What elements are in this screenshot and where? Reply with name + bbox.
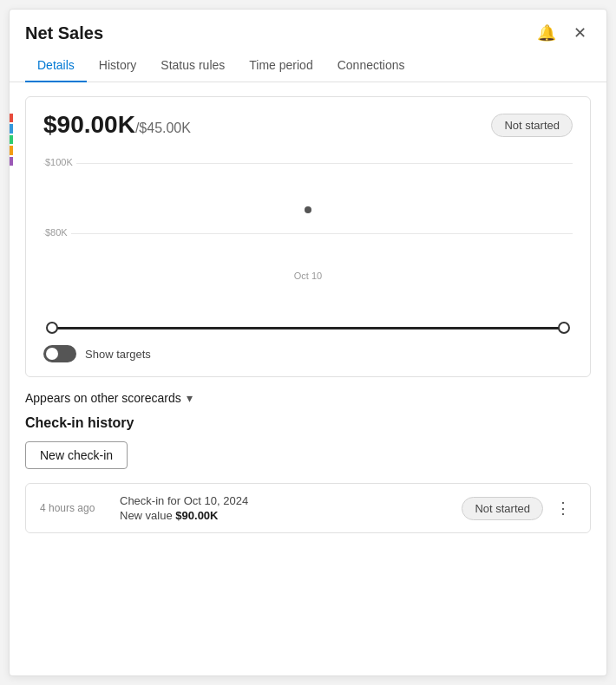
checkin-info: Check-in for Oct 10, 2024 New value $90.… xyxy=(120,494,451,522)
accent-orange xyxy=(10,146,13,154)
tab-status-rules[interactable]: Status rules xyxy=(148,49,237,82)
metric-card: $90.00K/$45.00K Not started $100K $80K xyxy=(25,96,591,377)
checkin-status-badge: Not started xyxy=(462,497,543,520)
close-icon: ✕ xyxy=(573,24,587,42)
metric-current-value: $90.00K xyxy=(43,111,135,138)
checkin-history-title: Check-in history xyxy=(25,415,591,431)
tab-history[interactable]: History xyxy=(87,49,149,82)
metric-target-value: /$45.00K xyxy=(135,121,191,135)
x-axis-label: Oct 10 xyxy=(294,271,322,281)
more-options-button[interactable]: ⋮ xyxy=(550,497,576,519)
show-targets-label: Show targets xyxy=(85,348,151,361)
checkin-time-ago: 4 hours ago xyxy=(40,502,109,514)
checkin-value: New value $90.00K xyxy=(120,509,451,522)
panel-header: Net Sales 🔔 ✕ xyxy=(10,10,606,44)
new-checkin-button[interactable]: New check-in xyxy=(25,441,128,469)
appears-label: Appears on other scorecards xyxy=(25,391,181,405)
left-accent xyxy=(10,114,13,166)
close-button[interactable]: ✕ xyxy=(569,22,591,44)
grid-label-100k: $100K xyxy=(45,157,76,167)
panel-title: Net Sales xyxy=(25,23,103,43)
bell-icon: 🔔 xyxy=(537,24,556,42)
header-icons: 🔔 ✕ xyxy=(533,22,591,44)
grid-label-80k: $80K xyxy=(45,227,71,238)
grid-line-100k: $100K xyxy=(43,163,573,167)
bell-button[interactable]: 🔔 xyxy=(533,22,560,44)
appears-on-scorecards-row[interactable]: Appears on other scorecards ▾ xyxy=(25,391,591,405)
slider-thumb-right[interactable] xyxy=(558,322,570,334)
checkin-right: Not started ⋮ xyxy=(462,497,576,520)
main-panel: Net Sales 🔔 ✕ Details History Status rul… xyxy=(9,9,607,676)
checkin-date: Check-in for Oct 10, 2024 xyxy=(120,494,451,507)
toggle-thumb xyxy=(46,348,58,360)
checkin-item: 4 hours ago Check-in for Oct 10, 2024 Ne… xyxy=(25,483,591,533)
chart-area: $100K $80K Oct 10 xyxy=(43,147,573,338)
slider-track xyxy=(52,327,564,329)
chart-grid: $100K $80K Oct 10 xyxy=(43,147,573,303)
show-targets-toggle[interactable] xyxy=(43,345,76,362)
metric-top-row: $90.00K/$45.00K Not started xyxy=(43,111,573,139)
status-badge: Not started xyxy=(491,114,573,137)
accent-green xyxy=(10,135,13,144)
accent-purple xyxy=(10,157,13,166)
accent-blue xyxy=(10,124,13,133)
chevron-down-icon: ▾ xyxy=(187,391,193,405)
show-targets-row: Show targets xyxy=(43,345,573,362)
metric-value-display: $90.00K/$45.00K xyxy=(43,111,191,139)
content-area: $90.00K/$45.00K Not started $100K $80K xyxy=(10,82,606,547)
accent-red xyxy=(10,114,13,122)
tab-details[interactable]: Details xyxy=(25,49,87,82)
tab-bar: Details History Status rules Time period… xyxy=(10,49,606,82)
slider-thumb-left[interactable] xyxy=(46,322,58,334)
grid-line-80k: $80K xyxy=(43,233,573,238)
range-slider[interactable] xyxy=(52,317,564,338)
tab-connections[interactable]: Connections xyxy=(325,49,417,82)
tab-time-period[interactable]: Time period xyxy=(237,49,324,82)
checkin-new-value: $90.00K xyxy=(175,509,218,522)
data-dot xyxy=(305,206,311,213)
